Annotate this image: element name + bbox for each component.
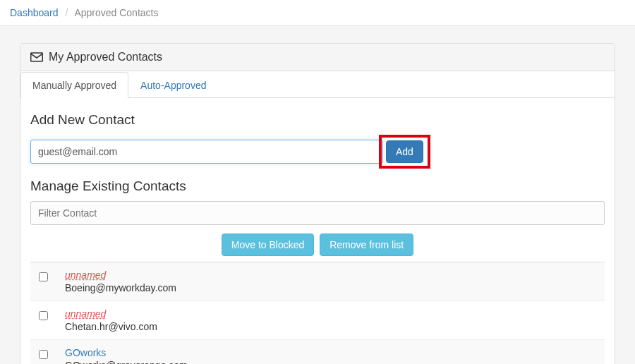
tab-auto-approved[interactable]: Auto-Approved: [128, 72, 218, 98]
remove-from-list-button[interactable]: Remove from list: [320, 233, 413, 256]
contact-info: unnamedChetan.hr@vivo.com: [65, 308, 157, 332]
contact-checkbox[interactable]: [39, 350, 48, 359]
contact-checkbox[interactable]: [39, 272, 48, 281]
contact-name[interactable]: unnamed: [65, 269, 176, 281]
contact-row: unnamedChetan.hr@vivo.com: [30, 301, 605, 340]
contact-list: unnamedBoeing@myworkday.comunnamedChetan…: [30, 262, 605, 364]
breadcrumb-separator: /: [65, 7, 68, 18]
add-button-highlight: Add: [379, 135, 430, 169]
add-button[interactable]: Add: [386, 140, 423, 163]
contact-row: unnamedBoeing@myworkday.com: [30, 262, 605, 301]
contact-email: Chetan.hr@vivo.com: [65, 321, 157, 332]
tab-manually-approved[interactable]: Manually Approved: [20, 72, 128, 98]
breadcrumb-root-link[interactable]: Dashboard: [10, 7, 59, 18]
breadcrumb: Dashboard / Approved Contacts: [0, 0, 635, 26]
contact-name[interactable]: unnamed: [65, 308, 157, 320]
breadcrumb-current: Approved Contacts: [74, 7, 158, 18]
contact-name[interactable]: GOworks: [65, 347, 188, 358]
contact-info: unnamedBoeing@myworkday.com: [65, 269, 176, 293]
contact-email: GOworks@greyorange.com: [65, 360, 188, 364]
envelope-icon: [30, 52, 43, 62]
panel-heading: My Approved Contacts: [20, 44, 615, 71]
panel-body: Add New Contact Add Manage Existing Cont…: [20, 98, 615, 364]
bulk-actions-row: Move to Blocked Remove from list: [30, 233, 605, 256]
contact-row: GOworksGOworks@greyorange.com: [30, 340, 605, 364]
contact-info: GOworksGOworks@greyorange.com: [65, 347, 188, 364]
contact-email: Boeing@myworkday.com: [65, 282, 176, 293]
add-contact-row: Add: [30, 135, 605, 169]
manage-contacts-title: Manage Existing Contacts: [30, 178, 605, 194]
panel-title: My Approved Contacts: [49, 51, 162, 63]
tabs: Manually Approved Auto-Approved: [20, 71, 615, 98]
add-contact-title: Add New Contact: [30, 112, 605, 128]
new-contact-email-input[interactable]: [30, 140, 383, 164]
filter-contact-input[interactable]: [30, 201, 605, 225]
contact-checkbox[interactable]: [39, 311, 48, 320]
approved-contacts-panel: My Approved Contacts Manually Approved A…: [20, 43, 615, 364]
move-to-blocked-button[interactable]: Move to Blocked: [222, 233, 315, 256]
